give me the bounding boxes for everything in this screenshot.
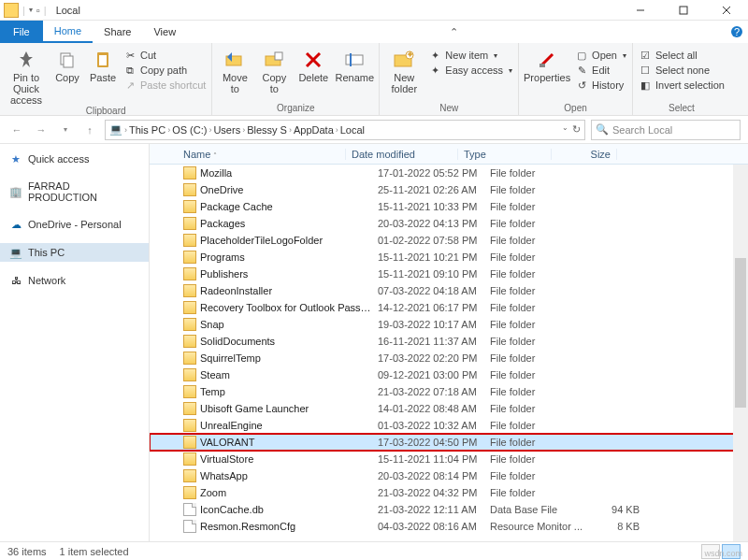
minimize-button[interactable] <box>619 0 662 21</box>
table-row[interactable]: SquirrelTemp 17-03-2022 02:20 PM File fo… <box>150 350 748 366</box>
open-icon: ▢ <box>575 49 588 62</box>
table-row[interactable]: SolidDocuments 16-11-2021 11:37 AM File … <box>150 333 748 350</box>
file-name: Packages <box>200 218 378 229</box>
new-item-button[interactable]: ✦New item▾ <box>428 49 512 62</box>
table-row[interactable]: Snap 19-03-2022 10:17 AM File folder <box>150 316 748 333</box>
table-row[interactable]: Package Cache 15-11-2021 10:33 PM File f… <box>150 198 748 215</box>
qat-overflow[interactable]: ▫ <box>36 5 40 16</box>
properties-button[interactable]: Properties <box>525 47 569 83</box>
select-all-button[interactable]: ☑Select all <box>639 49 725 62</box>
table-row[interactable]: WhatsApp 20-03-2022 08:14 PM File folder <box>150 467 748 484</box>
up-button[interactable]: ↑ <box>80 121 99 139</box>
breadcrumb-seg[interactable]: Blessy S› <box>247 124 292 136</box>
pin-quick-access-button[interactable]: Pin to Quick access <box>6 47 47 106</box>
copy-to-button[interactable]: Copy to <box>257 47 291 94</box>
svg-rect-12 <box>275 52 282 60</box>
forward-button[interactable]: → <box>32 121 50 139</box>
file-rows[interactable]: Mozilla 17-01-2022 05:52 PM File folder … <box>150 165 748 541</box>
back-button[interactable]: ← <box>7 121 26 139</box>
nav-network[interactable]: 🖧Network <box>0 271 149 290</box>
close-button[interactable] <box>705 0 748 21</box>
file-name: RadeonInstaller <box>200 285 378 296</box>
delete-button[interactable]: Delete <box>296 47 330 83</box>
nav-onedrive[interactable]: ☁OneDrive - Personal <box>0 215 149 234</box>
table-row[interactable]: RadeonInstaller 07-03-2022 04:18 AM File… <box>150 282 748 299</box>
file-icon <box>183 503 196 516</box>
file-type: File folder <box>490 487 583 498</box>
share-tab[interactable]: Share <box>93 21 142 43</box>
col-date[interactable]: Date modified <box>346 149 458 160</box>
history-icon: ↺ <box>575 79 588 92</box>
file-type: File folder <box>490 201 583 212</box>
qat-dropdown-icon[interactable]: ▾ <box>29 6 33 14</box>
breadcrumb-seg[interactable]: Local <box>340 124 365 136</box>
rename-button[interactable]: Rename <box>336 47 373 83</box>
scrollbar[interactable] <box>733 165 748 541</box>
table-row[interactable]: Programs 15-11-2021 10:21 PM File folder <box>150 249 748 266</box>
history-button[interactable]: ↺History <box>575 79 626 92</box>
table-row[interactable]: VirtualStore 15-11-2021 11:04 PM File fo… <box>150 451 748 467</box>
nav-farrad[interactable]: 🏢FARRAD PRODUCTION <box>0 178 149 206</box>
maximize-button[interactable] <box>662 0 705 21</box>
file-date: 21-03-2022 04:32 PM <box>378 487 490 498</box>
breadcrumb-seg[interactable]: AppData› <box>294 124 338 136</box>
table-row[interactable]: Publishers 15-11-2021 09:10 PM File fold… <box>150 266 748 282</box>
table-row[interactable]: PlaceholderTileLogoFolder 01-02-2022 07:… <box>150 232 748 249</box>
breadcrumb-seg[interactable]: This PC› <box>129 124 170 136</box>
table-row[interactable]: UnrealEngine 01-03-2022 10:32 AM File fo… <box>150 417 748 434</box>
nav-this-pc[interactable]: 💻This PC <box>0 243 149 262</box>
cut-button[interactable]: ✂Cut <box>123 49 206 62</box>
view-tab[interactable]: View <box>142 21 187 43</box>
select-none-icon: ☐ <box>639 64 652 77</box>
help-icon[interactable]: ? <box>726 21 748 43</box>
table-row[interactable]: Zoom 21-03-2022 04:32 PM File folder <box>150 484 748 501</box>
table-row[interactable]: Resmon.ResmonCfg 04-03-2022 08:16 AM Res… <box>150 518 748 535</box>
col-size[interactable]: Size <box>552 149 617 160</box>
file-date: 25-11-2021 02:26 AM <box>378 184 490 195</box>
file-date: 15-11-2021 11:04 PM <box>378 453 490 465</box>
copy-path-button[interactable]: ⧉Copy path <box>123 64 206 77</box>
breadcrumb-dropdown-icon[interactable]: ⌄ <box>562 123 568 136</box>
pc-icon: 💻 <box>9 246 22 259</box>
table-row[interactable]: Mozilla 17-01-2022 05:52 PM File folder <box>150 165 748 181</box>
recent-locations-button[interactable]: ▾ <box>56 121 75 139</box>
folder-icon <box>183 352 196 365</box>
select-none-button[interactable]: ☐Select none <box>639 64 725 77</box>
invert-selection-button[interactable]: ◧Invert selection <box>639 79 725 92</box>
breadcrumb-seg[interactable]: OS (C:)› <box>172 124 211 136</box>
col-type[interactable]: Type <box>458 149 552 160</box>
file-size: 94 KB <box>583 504 640 515</box>
file-type: File folder <box>490 336 583 347</box>
file-type: File folder <box>490 386 583 397</box>
file-date: 14-01-2022 08:48 AM <box>378 403 490 414</box>
easy-access-button[interactable]: ✦Easy access▾ <box>428 64 512 77</box>
file-tab[interactable]: File <box>0 21 43 43</box>
move-to-button[interactable]: Move to <box>218 47 252 94</box>
open-button[interactable]: ▢Open▾ <box>575 49 626 62</box>
file-date: 15-11-2021 09:10 PM <box>378 268 490 280</box>
nav-quick-access[interactable]: ★Quick access <box>0 150 149 168</box>
paste-button[interactable]: Paste <box>88 47 118 83</box>
collapse-ribbon-icon[interactable]: ⌃ <box>450 26 458 38</box>
table-row[interactable]: OneDrive 25-11-2021 02:26 AM File folder <box>150 181 748 198</box>
pc-icon: 💻 <box>109 123 122 136</box>
table-row[interactable]: Temp 21-03-2022 07:18 AM File folder <box>150 383 748 400</box>
table-row[interactable]: VALORANT 17-03-2022 04:50 PM File folder <box>150 434 748 451</box>
copy-button[interactable]: Copy <box>52 47 82 83</box>
edit-button[interactable]: ✎Edit <box>575 64 626 77</box>
new-folder-button[interactable]: ✦New folder <box>385 47 423 94</box>
table-row[interactable]: Ubisoft Game Launcher 14-01-2022 08:48 A… <box>150 400 748 417</box>
breadcrumb-seg[interactable]: Users› <box>213 124 245 136</box>
refresh-button[interactable]: ↻ <box>572 123 581 136</box>
table-row[interactable]: IconCache.db 21-03-2022 12:11 AM Data Ba… <box>150 501 748 518</box>
col-name[interactable]: Name ˄ <box>150 149 346 160</box>
scrollbar-thumb[interactable] <box>735 258 746 408</box>
home-tab[interactable]: Home <box>43 21 93 43</box>
new-group: ✦New folder ✦New item▾ ✦Easy access▾ New <box>380 43 519 115</box>
paste-shortcut-button[interactable]: ↗Paste shortcut <box>123 79 206 92</box>
table-row[interactable]: Steam 09-12-2021 03:00 PM File folder <box>150 366 748 383</box>
table-row[interactable]: Recovery Toolbox for Outlook Password 14… <box>150 299 748 316</box>
search-input[interactable]: 🔍 Search Local <box>591 120 741 140</box>
breadcrumb[interactable]: 💻 › This PC› OS (C:)› Users› Blessy S› A… <box>105 120 585 140</box>
table-row[interactable]: Packages 20-03-2022 04:13 PM File folder <box>150 215 748 232</box>
